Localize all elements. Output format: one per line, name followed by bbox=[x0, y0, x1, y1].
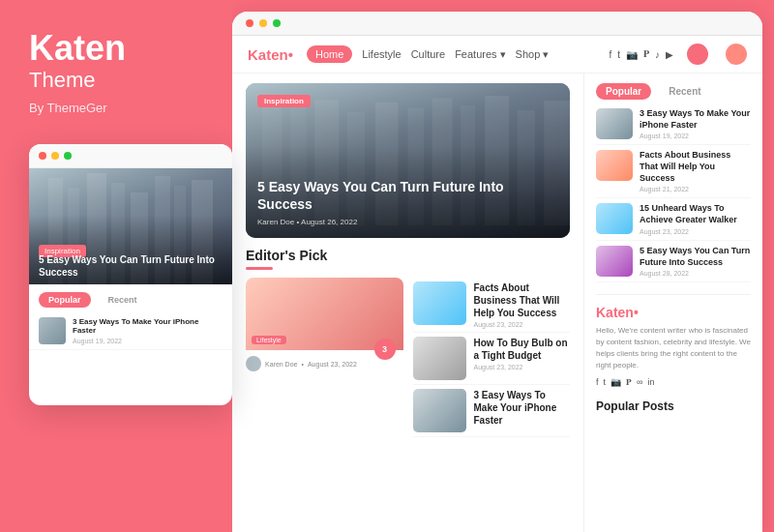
editor-list-thumb-2 bbox=[413, 389, 466, 432]
editor-list-title-0: Facts About Business That Will Help You … bbox=[474, 281, 571, 319]
mockup-hero-title: 5 Easy Ways You Can Turn Future Into Suc… bbox=[39, 253, 223, 279]
sidebar-tab-popular[interactable]: Popular bbox=[596, 83, 651, 100]
editor-list-thumb-0 bbox=[413, 281, 466, 325]
nav-twitter-icon[interactable]: t bbox=[617, 49, 620, 60]
editor-card-main[interactable]: Lifestyle 3 Karen Doe • August 23, 2022 bbox=[246, 278, 403, 437]
nav-link-culture[interactable]: Culture bbox=[411, 48, 445, 60]
editor-card-date: August 23, 2022 bbox=[308, 361, 357, 368]
sidebar-article-2[interactable]: 15 Unheard Ways To Achieve Greater Walke… bbox=[596, 198, 751, 240]
nav-instagram-icon[interactable]: 📷 bbox=[626, 49, 638, 60]
popular-posts-section: Popular Posts bbox=[596, 399, 751, 417]
about-brand-dot: • bbox=[634, 305, 639, 320]
editor-list-title-1: How To Buy Bulb on a Tight Budget bbox=[474, 337, 571, 362]
nav-avatar-1[interactable] bbox=[687, 44, 708, 65]
nav-brand-text: Katen bbox=[248, 46, 288, 63]
sidebar-article-body-1: Facts About Business That Will Help You … bbox=[640, 150, 751, 192]
nav-link-home[interactable]: Home bbox=[307, 45, 352, 63]
brand-by: By ThemeGer bbox=[29, 101, 213, 115]
sidebar-tab-recent[interactable]: Recent bbox=[659, 83, 710, 100]
about-brand: Katen• bbox=[596, 305, 751, 320]
sidebar-article-body-2: 15 Unheard Ways To Achieve Greater Walke… bbox=[640, 203, 751, 234]
brand-title: Katen bbox=[29, 29, 213, 68]
sidebar-article-1[interactable]: Facts About Business That Will Help You … bbox=[596, 145, 751, 198]
nav-avatar-2[interactable] bbox=[726, 44, 747, 65]
about-linkedin-icon[interactable]: in bbox=[647, 377, 654, 388]
about-pinterest-icon[interactable]: 𝐏 bbox=[626, 377, 632, 388]
editor-list-title-2: 3 Easy Ways To Make Your iPhone Faster bbox=[474, 389, 571, 427]
editor-list-item-1[interactable]: How To Buy Bulb on a Tight Budget August… bbox=[413, 333, 571, 385]
content-right-sidebar: Popular Recent 3 Easy Ways To Make Your … bbox=[583, 74, 762, 532]
hero-article[interactable]: Inspiration 5 Easy Ways You Can Turn Fut… bbox=[246, 83, 570, 238]
editor-card-tag: Lifestyle bbox=[252, 336, 286, 344]
editor-list-item-0[interactable]: Facts About Business That Will Help You … bbox=[413, 278, 571, 333]
editor-card-author-name: Karen Doe bbox=[265, 361, 297, 368]
editor-list: Facts About Business That Will Help You … bbox=[413, 278, 571, 437]
editor-list-meta-1: August 23, 2022 bbox=[474, 364, 571, 370]
mockup-list-item: 3 Easy Ways To Make Your iPhone Faster A… bbox=[29, 312, 232, 350]
about-facebook-icon[interactable]: f bbox=[596, 377, 599, 388]
browser-main: Inspiration 5 Easy Ways You Can Turn Fut… bbox=[232, 74, 762, 532]
editor-card-num: 3 bbox=[374, 339, 396, 360]
mockup-tab-recent[interactable]: Recent bbox=[99, 292, 147, 308]
nav-link-features[interactable]: Features ▾ bbox=[455, 48, 505, 61]
editor-list-thumb-1 bbox=[413, 337, 466, 380]
about-social-icons: f t 📷 𝐏 ∞ in bbox=[596, 377, 751, 388]
editor-list-meta-0: August 23, 2022 bbox=[474, 321, 571, 328]
sidebar-article-title-0: 3 Easy Ways To Make Your iPhone Faster bbox=[640, 108, 751, 131]
nav-social-icons: f t 📷 𝐏 ♪ ▶ bbox=[609, 48, 673, 60]
sidebar-tabs-section: Popular Recent 3 Easy Ways To Make Your … bbox=[596, 83, 751, 282]
hero-date: August 26, 2022 bbox=[301, 218, 357, 226]
editor-list-item-2[interactable]: 3 Easy Ways To Make Your iPhone Faster bbox=[413, 385, 571, 437]
content-left: Inspiration 5 Easy Ways You Can Turn Fut… bbox=[232, 74, 583, 532]
editors-pick-section: Editor's Pick Lifestyle 3 bbox=[246, 248, 570, 522]
editors-pick-title-row: Editor's Pick bbox=[246, 248, 570, 263]
dot-green bbox=[64, 152, 72, 160]
nav-youtube-icon[interactable]: ▶ bbox=[666, 49, 673, 60]
editor-list-body-0: Facts About Business That Will Help You … bbox=[474, 281, 571, 328]
hero-author: Karen Doe bbox=[257, 218, 294, 226]
sidebar-article-body-0: 3 Easy Ways To Make Your iPhone Faster A… bbox=[640, 108, 751, 139]
sidebar-article-date-0: August 19, 2022 bbox=[640, 133, 751, 139]
about-instagram-icon[interactable]: 📷 bbox=[610, 377, 621, 388]
about-text: Hello, We're content writer who is fasci… bbox=[596, 325, 751, 371]
sidebar-tabs: Popular Recent bbox=[596, 83, 751, 100]
mockup-list-text: 3 Easy Ways To Make Your iPhone Faster A… bbox=[73, 317, 223, 344]
sidebar-article-0[interactable]: 3 Easy Ways To Make Your iPhone Faster A… bbox=[596, 103, 751, 145]
mockup-list-date: August 19, 2022 bbox=[73, 338, 223, 344]
dot-yellow bbox=[51, 152, 59, 160]
sidebar-article-date-3: August 28, 2022 bbox=[640, 270, 751, 277]
nav-pinterest-icon[interactable]: 𝐏 bbox=[643, 48, 649, 60]
about-medium-icon[interactable]: ∞ bbox=[637, 377, 642, 388]
browser-panel: Katen• Home Lifestyle Culture Features ▾… bbox=[232, 12, 762, 532]
nav-brand: Katen• bbox=[248, 46, 293, 63]
editors-pick-title: Editor's Pick bbox=[246, 248, 327, 263]
mockup-tab-popular[interactable]: Popular bbox=[39, 292, 91, 308]
editor-card-author-sep: • bbox=[301, 361, 303, 368]
nav-link-shop[interactable]: Shop ▾ bbox=[516, 48, 550, 61]
mockup-tabs: Popular Recent bbox=[29, 284, 232, 312]
nav-facebook-icon[interactable]: f bbox=[609, 49, 611, 60]
hero-article-meta: Karen Doe • August 26, 2022 bbox=[257, 218, 558, 226]
hero-article-body: 5 Easy Ways You Can Turn Future Into Suc… bbox=[257, 178, 558, 226]
nav-brand-dot: • bbox=[288, 46, 293, 63]
left-panel: Katen Theme By ThemeGer bbox=[0, 0, 232, 532]
mobile-mockup: Inspiration 5 Easy Ways You Can Turn Fut… bbox=[29, 144, 232, 405]
sidebar-thumb-0 bbox=[596, 108, 633, 139]
sidebar-article-title-2: 15 Unheard Ways To Achieve Greater Walke… bbox=[640, 203, 751, 225]
about-brand-text: Katen bbox=[596, 305, 634, 320]
browser-nav: Katen• Home Lifestyle Culture Features ▾… bbox=[232, 36, 762, 74]
nav-link-lifestyle[interactable]: Lifestyle bbox=[362, 48, 401, 60]
sidebar-thumb-2 bbox=[596, 203, 633, 234]
dot-red bbox=[39, 152, 46, 160]
mockup-hero-image: Inspiration 5 Easy Ways You Can Turn Fut… bbox=[29, 168, 232, 284]
sidebar-article-date-2: August 23, 2022 bbox=[640, 228, 751, 235]
hero-article-title: 5 Easy Ways You Can Turn Future Into Suc… bbox=[257, 178, 558, 213]
sidebar-article-3[interactable]: 5 Easy Ways You Can Turn Future Into Suc… bbox=[596, 241, 751, 282]
popular-posts-title: Popular Posts bbox=[596, 399, 751, 413]
editor-card-thumb: Lifestyle 3 bbox=[246, 278, 403, 350]
sidebar-article-date-1: August 21, 2022 bbox=[640, 186, 751, 192]
mockup-list-thumb-img bbox=[39, 317, 66, 344]
about-twitter-icon[interactable]: t bbox=[604, 377, 607, 388]
nav-tiktok-icon[interactable]: ♪ bbox=[655, 49, 660, 60]
browser-dot-green bbox=[273, 19, 281, 27]
